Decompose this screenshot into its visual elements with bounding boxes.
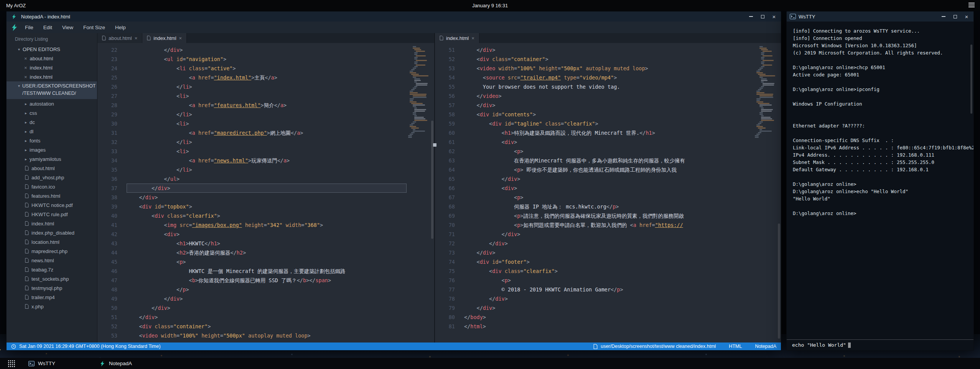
code-line[interactable]: <source src="trailer.mp4" type="video/mp…: [464, 73, 753, 82]
code-line[interactable]: <a href="mapredirect.php">網上地圖</a>: [127, 128, 407, 137]
code-line[interactable]: <p>: [464, 193, 753, 202]
code-line[interactable]: </div>: [464, 303, 753, 313]
file-item[interactable]: HKWTC rule.pdf: [7, 210, 97, 219]
code-line[interactable]: <video width="100%" height="500px" autop…: [464, 64, 753, 73]
tab-close-icon[interactable]: ×: [179, 35, 182, 41]
code-line[interactable]: <p> 即使你不是建築師，你也能透過紅石師或鐵路工程師的身份加入我: [464, 165, 753, 174]
file-item[interactable]: news.html: [7, 256, 97, 265]
file-item[interactable]: trailer.mp4: [7, 293, 97, 302]
file-item[interactable]: index.html: [7, 219, 97, 228]
folder-item[interactable]: ▸fonts: [7, 136, 97, 145]
code-line[interactable]: <a href="index.html">主頁</a>: [127, 73, 407, 82]
code-line[interactable]: </div>: [127, 193, 407, 202]
file-item[interactable]: about.html: [7, 164, 97, 173]
close-button[interactable]: ×: [769, 13, 779, 20]
folder-item[interactable]: ▸dc: [7, 117, 97, 127]
right-scrollbar-thumb[interactable]: [778, 223, 780, 339]
code-line[interactable]: </div>: [127, 294, 407, 303]
file-item[interactable]: test_sockets.php: [7, 274, 97, 283]
code-line[interactable]: </div>: [464, 248, 753, 257]
code-line[interactable]: </li>: [127, 110, 407, 119]
code-line[interactable]: </div>: [127, 45, 407, 55]
open-editor-item[interactable]: ×index.html: [7, 72, 97, 81]
terminal-scrollbar-thumb[interactable]: [970, 45, 972, 114]
code-line[interactable]: </ul>: [127, 174, 407, 184]
pane-splitter-handle[interactable]: [433, 143, 436, 147]
code-line[interactable]: </div>: [127, 303, 407, 313]
tab-index.html[interactable]: index.html×: [142, 33, 187, 43]
code-line[interactable]: <img src="images/box.png" height="342" w…: [127, 220, 407, 230]
file-item[interactable]: mapredirect.php: [7, 247, 97, 256]
right-scrollbar[interactable]: [777, 43, 781, 343]
tab-close-icon[interactable]: ×: [471, 35, 474, 41]
open-editor-item[interactable]: ×about.html: [7, 54, 97, 63]
code-line[interactable]: </div>: [464, 101, 753, 110]
file-item[interactable]: add_vhost.php: [7, 173, 97, 182]
open-editors-section[interactable]: ▾OPEN EDITORS: [7, 45, 97, 54]
menu-edit[interactable]: Edit: [38, 23, 57, 32]
system-brand[interactable]: My ArOZ: [6, 3, 26, 8]
menu-font-size[interactable]: Font Size: [78, 23, 110, 32]
menu-view[interactable]: View: [57, 23, 78, 32]
wstty-titlebar[interactable]: WsTTY ×: [787, 12, 973, 22]
right-code-area[interactable]: </div> <div class="container"> <video wi…: [460, 43, 753, 343]
code-line[interactable]: <li>: [127, 91, 407, 101]
menu-file[interactable]: File: [20, 23, 38, 32]
code-line[interactable]: Your browser does not support the video …: [464, 82, 753, 91]
code-line[interactable]: </div>: [464, 230, 753, 239]
file-item[interactable]: testmysql.php: [7, 283, 97, 293]
code-line[interactable]: <div class="clearfix">: [127, 211, 407, 220]
code-line[interactable]: <h1>HKWTC</h1>: [127, 239, 407, 248]
file-item[interactable]: x.php: [7, 302, 97, 311]
code-line[interactable]: <b>你知道我們全線伺服器已轉用 SSD 了嗎？</b></span>: [127, 276, 407, 285]
file-item[interactable]: HKWTC notice.pdf: [7, 200, 97, 210]
code-line[interactable]: <video width="100%" height="500px" autop…: [127, 331, 407, 340]
code-line[interactable]: <a href="news.html">玩家傳送門</a>: [127, 156, 407, 165]
code-line[interactable]: <div class="container">: [464, 55, 753, 64]
left-scrollbar[interactable]: [430, 43, 434, 343]
minimize-button[interactable]: [746, 13, 756, 20]
notepada-titlebar[interactable]: NotepadA - index.html ×: [7, 12, 781, 22]
code-line[interactable]: </div>: [464, 174, 753, 184]
code-line[interactable]: </p>: [127, 285, 407, 294]
code-line[interactable]: <h1>特別為建築及鐵路而設，現代化的 Minecraft 世界.</h1>: [464, 128, 753, 137]
code-line[interactable]: 伺服器 IP 地址為： mcs.hkwtc.org</p>: [464, 202, 753, 211]
tab-about.html[interactable]: about.html×: [97, 33, 142, 43]
code-line[interactable]: <div>: [464, 137, 753, 147]
maximize-button[interactable]: [950, 13, 960, 20]
code-line[interactable]: © 2018 - 2019 HKWTC Animation Gamer</p>: [464, 285, 753, 294]
close-icon[interactable]: ×: [24, 56, 27, 61]
code-line[interactable]: <p>: [464, 276, 753, 285]
code-line[interactable]: <div id="contents">: [464, 110, 753, 119]
code-line[interactable]: <a href="features.html">簡介</a>: [127, 101, 407, 110]
code-line[interactable]: </li>: [127, 137, 407, 147]
terminal-input[interactable]: echo "Hello World": [787, 339, 973, 350]
file-item[interactable]: index.php_disabled: [7, 228, 97, 237]
code-line[interactable]: <li>: [127, 147, 407, 156]
close-button[interactable]: ×: [962, 13, 971, 20]
tab-index.html[interactable]: index.html×: [435, 33, 479, 43]
code-line[interactable]: </div>: [127, 184, 407, 193]
code-line[interactable]: </video>: [464, 91, 753, 101]
left-scrollbar-thumb[interactable]: [431, 121, 433, 239]
code-line[interactable]: <div class="clearfix">: [464, 266, 753, 276]
code-line[interactable]: <div>: [464, 184, 753, 193]
file-item[interactable]: location.html: [7, 237, 97, 247]
left-code-area[interactable]: </div> <ul id="navigation"> <li class="a…: [123, 43, 407, 343]
folder-item[interactable]: ▸yamiyamilotus: [7, 154, 97, 164]
code-line[interactable]: 在香港的Minecraft 伺服器中，多為小遊戲和純生存的伺服器，較少擁有: [464, 156, 753, 165]
minimize-button[interactable]: [939, 13, 948, 20]
file-item[interactable]: favicon.ico: [7, 182, 97, 191]
code-line[interactable]: <p>: [127, 257, 407, 266]
code-line[interactable]: <div>: [127, 230, 407, 239]
code-line[interactable]: </html>: [464, 322, 753, 331]
folder-item[interactable]: ▸css: [7, 108, 97, 117]
app-launcher-button[interactable]: [0, 358, 23, 369]
terminal-output[interactable]: [info] Connecting to arozos WsTTY servic…: [787, 22, 973, 339]
code-line[interactable]: <p>如有問題或需要申請白名單，歡迎加入我們的 <a href="https:/…: [464, 220, 753, 230]
menu-help[interactable]: Help: [110, 23, 131, 32]
code-line[interactable]: </div>: [464, 239, 753, 248]
file-item[interactable]: features.html: [7, 191, 97, 200]
tab-close-icon[interactable]: ×: [135, 35, 138, 41]
workspace-root[interactable]: ▾USER:/DESKTOP/SCREENSHOT/TEST/WWW CLEAN…: [7, 81, 97, 99]
